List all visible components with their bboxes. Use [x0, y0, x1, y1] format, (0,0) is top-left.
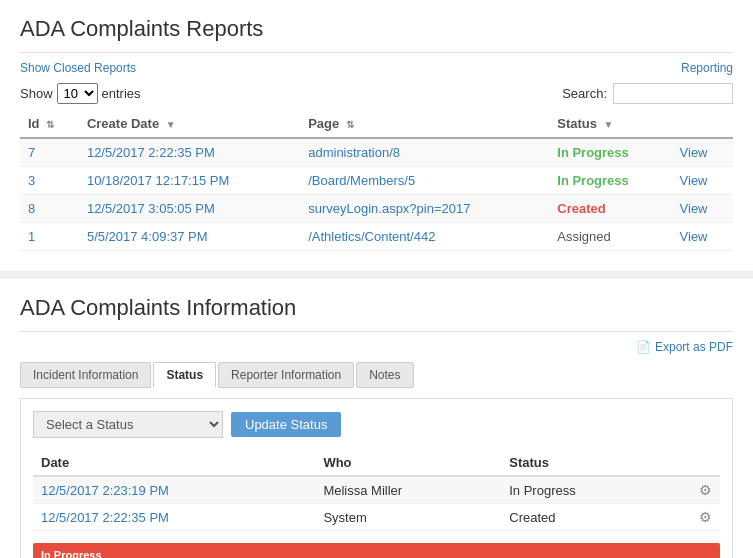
- reporting-link[interactable]: Reporting: [681, 61, 733, 75]
- table-row: 1 5/5/2017 4:09:37 PM /Athletics/Content…: [20, 223, 733, 251]
- row-date: 12/5/2017 2:22:35 PM: [79, 138, 300, 167]
- status-col-action: [663, 450, 720, 476]
- row-status: In Progress: [549, 138, 671, 167]
- entries-row: Show 10 25 50 entries Search:: [20, 83, 733, 104]
- reports-title: ADA Complaints Reports: [20, 16, 733, 42]
- sort-icon-status: ▼: [604, 119, 614, 130]
- entries-select[interactable]: 10 25 50: [57, 83, 98, 104]
- info-title: ADA Complaints Information: [20, 295, 733, 321]
- status-row: 12/5/2017 2:23:19 PM Melissa Miller In P…: [33, 476, 720, 504]
- update-status-button[interactable]: Update Status: [231, 412, 341, 437]
- row-page: /Athletics/Content/442: [300, 223, 549, 251]
- row-view: View: [672, 223, 733, 251]
- tab-content: Select a Status In Progress Created Assi…: [20, 398, 733, 558]
- export-pdf-link[interactable]: 📄 Export as PDF: [636, 340, 733, 354]
- row-view: View: [672, 195, 733, 223]
- row-view: View: [672, 138, 733, 167]
- status-row-date: 12/5/2017 2:23:19 PM: [33, 476, 315, 504]
- row-id: 1: [20, 223, 79, 251]
- search-label: Search:: [562, 86, 607, 101]
- status-row: 12/5/2017 2:22:35 PM System Created ⚙: [33, 504, 720, 531]
- row-id: 8: [20, 195, 79, 223]
- sort-icon-date: ▼: [166, 119, 176, 130]
- status-row-date: 12/5/2017 2:22:35 PM: [33, 504, 315, 531]
- search-input[interactable]: [613, 83, 733, 104]
- info-header: 📄 Export as PDF: [20, 340, 733, 354]
- row-page: administration/8: [300, 138, 549, 167]
- status-row-gear: ⚙: [663, 504, 720, 531]
- status-col-status: Status: [501, 450, 663, 476]
- col-page[interactable]: Page ⇅: [300, 110, 549, 138]
- row-id: 7: [20, 138, 79, 167]
- status-row-who: System: [315, 504, 501, 531]
- show-closed-link[interactable]: Show Closed Reports: [20, 61, 136, 75]
- col-status[interactable]: Status ▼: [549, 110, 671, 138]
- col-create-date[interactable]: Create Date ▼: [79, 110, 300, 138]
- col-id[interactable]: Id ⇅: [20, 110, 79, 138]
- info-section: ADA Complaints Information 📄 Export as P…: [0, 279, 753, 558]
- status-col-who: Who: [315, 450, 501, 476]
- tab-notes[interactable]: Notes: [356, 362, 413, 388]
- status-row-gear: ⚙: [663, 476, 720, 504]
- controls-row: Show Closed Reports Reporting: [20, 61, 733, 75]
- status-row-status: Created: [501, 504, 663, 531]
- row-status: Created: [549, 195, 671, 223]
- table-row: 7 12/5/2017 2:22:35 PM administration/8 …: [20, 138, 733, 167]
- gear-icon[interactable]: ⚙: [699, 482, 712, 498]
- row-page: surveyLogin.aspx?pin=2017: [300, 195, 549, 223]
- progress-label: In Progress: [41, 549, 102, 558]
- status-table: Date Who Status 12/5/2017 2:23:19 PM Mel…: [33, 450, 720, 531]
- col-action: [672, 110, 733, 138]
- table-row: 3 10/18/2017 12:17:15 PM /Board/Members/…: [20, 167, 733, 195]
- row-date: 5/5/2017 4:09:37 PM: [79, 223, 300, 251]
- tabs-container: Incident InformationStatusReporter Infor…: [20, 362, 733, 388]
- entries-left: Show 10 25 50 entries: [20, 83, 141, 104]
- pdf-icon: 📄: [636, 340, 651, 354]
- tab-incident-information[interactable]: Incident Information: [20, 362, 151, 388]
- gear-icon[interactable]: ⚙: [699, 509, 712, 525]
- row-status: Assigned: [549, 223, 671, 251]
- status-row-status: In Progress: [501, 476, 663, 504]
- search-right: Search:: [562, 83, 733, 104]
- reports-table: Id ⇅ Create Date ▼ Page ⇅ Status ▼ 7 12/…: [20, 110, 733, 251]
- status-row-who: Melissa Miller: [315, 476, 501, 504]
- table-header-row: Id ⇅ Create Date ▼ Page ⇅ Status ▼: [20, 110, 733, 138]
- row-page: /Board/Members/5: [300, 167, 549, 195]
- sort-icon-id: ⇅: [46, 119, 54, 130]
- row-view: View: [672, 167, 733, 195]
- export-pdf-label: Export as PDF: [655, 340, 733, 354]
- status-col-date: Date: [33, 450, 315, 476]
- reports-section: ADA Complaints Reports Show Closed Repor…: [0, 0, 753, 271]
- show-label: Show: [20, 86, 53, 101]
- status-select[interactable]: Select a Status In Progress Created Assi…: [33, 411, 223, 438]
- tab-status[interactable]: Status: [153, 362, 216, 388]
- row-status: In Progress: [549, 167, 671, 195]
- status-header-row: Date Who Status: [33, 450, 720, 476]
- row-id: 3: [20, 167, 79, 195]
- progress-bar: In Progress: [33, 543, 720, 558]
- sort-icon-page: ⇅: [346, 119, 354, 130]
- entries-label: entries: [102, 86, 141, 101]
- status-controls: Select a Status In Progress Created Assi…: [33, 411, 720, 438]
- tab-reporter-information[interactable]: Reporter Information: [218, 362, 354, 388]
- row-date: 12/5/2017 3:05:05 PM: [79, 195, 300, 223]
- table-row: 8 12/5/2017 3:05:05 PM surveyLogin.aspx?…: [20, 195, 733, 223]
- row-date: 10/18/2017 12:17:15 PM: [79, 167, 300, 195]
